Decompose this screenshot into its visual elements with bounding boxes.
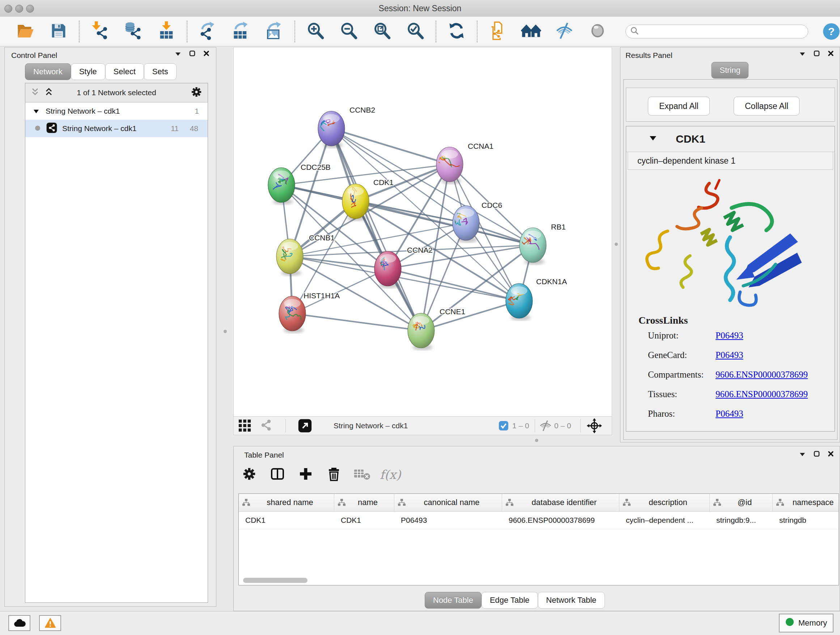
edge-CCNB2-CCNA1[interactable] (332, 128, 450, 165)
node-RB1[interactable] (519, 228, 546, 264)
export-image-button[interactable] (264, 21, 284, 42)
edge-CCNB2-CCNE1[interactable] (332, 128, 421, 331)
column-header-shared-name[interactable]: shared name (239, 494, 334, 511)
collection-expand-icon[interactable] (33, 107, 39, 116)
node-CDKN1A[interactable] (506, 283, 532, 320)
node-CCNB1[interactable] (276, 239, 303, 276)
expand-all-button[interactable]: Expand All (648, 97, 710, 116)
tab-style[interactable]: Style (71, 63, 105, 80)
tab-edge-table[interactable]: Edge Table (482, 592, 538, 608)
horizontal-scrollbar[interactable] (243, 578, 308, 583)
split-column-button[interactable] (269, 466, 286, 483)
export-table-button[interactable] (231, 21, 251, 42)
gene-section-header[interactable]: CDK1 (626, 126, 835, 152)
tab-string[interactable]: String (711, 62, 748, 79)
tab-sets[interactable]: Sets (144, 63, 177, 80)
table-settings-gear-button[interactable] (241, 466, 257, 483)
network-collection-row[interactable]: String Network – cdk1 1 (25, 103, 208, 120)
crosslink-link[interactable]: P06493 (715, 409, 743, 419)
tab-node-table[interactable]: Node Table (425, 592, 482, 608)
crosslink-link[interactable]: P06493 (715, 350, 743, 360)
collapse-all-button[interactable]: Collapse All (734, 97, 799, 116)
search-field[interactable] (625, 25, 808, 38)
column-header-namespace[interactable]: namespace (773, 494, 839, 511)
grid-view-icon[interactable] (238, 417, 252, 435)
panel-float-icon[interactable] (189, 50, 195, 58)
zoom-selected-button[interactable] (405, 21, 425, 42)
table-cell[interactable]: stringdb (773, 511, 839, 529)
panel-float-icon[interactable] (813, 451, 820, 458)
share-network-icon[interactable] (259, 417, 273, 435)
panel-menu-icon[interactable] (799, 51, 806, 57)
node-CCNB2[interactable] (318, 111, 345, 148)
node-table[interactable]: shared namenamecanonical namedatabase id… (238, 494, 839, 585)
crosslink-link[interactable]: P06493 (715, 331, 743, 340)
refresh-view-button[interactable] (447, 21, 467, 42)
cloud-button[interactable] (8, 615, 30, 631)
tab-network-table[interactable]: Network Table (538, 592, 605, 608)
table-cell[interactable]: P06493 (394, 511, 502, 529)
table-cell[interactable]: 9606.ENSP00000378699 (502, 511, 619, 529)
hidden-eye-icon[interactable] (539, 417, 552, 435)
share-document-button[interactable] (488, 21, 508, 42)
panel-menu-icon[interactable] (175, 51, 181, 57)
horizontal-splitter-handle[interactable] (535, 439, 538, 442)
table-cell[interactable]: CDK1 (239, 511, 334, 529)
table-cell[interactable]: stringdb:9... (710, 511, 773, 529)
table-cell[interactable]: cyclin–dependent ... (619, 511, 710, 529)
hide-selected-button[interactable] (554, 21, 575, 42)
crosslink-link[interactable]: 9606.ENSP00000378699 (715, 370, 808, 380)
node-CDC25B[interactable] (268, 168, 295, 204)
open-session-button[interactable] (15, 21, 35, 42)
memory-button[interactable]: Memory (779, 614, 834, 632)
help-button[interactable]: ? (821, 21, 840, 42)
export-network-button[interactable] (197, 21, 218, 42)
zoom-fit-button[interactable] (372, 21, 392, 42)
node-HIST1H1A[interactable] (279, 296, 306, 333)
column-header--id[interactable]: @id (710, 494, 773, 511)
birdseye-crosshair-icon[interactable] (587, 417, 602, 435)
selected-checkbox-icon[interactable] (499, 417, 508, 435)
show-all-button[interactable] (587, 21, 608, 42)
crosslink-link[interactable]: 9606.ENSP00000378699 (715, 389, 808, 399)
column-header-name[interactable]: name (334, 494, 394, 511)
panel-close-icon[interactable] (828, 451, 834, 458)
open-in-new-window-icon[interactable] (298, 417, 312, 435)
table-cell[interactable]: CDK1 (334, 511, 394, 529)
add-column-button[interactable] (297, 466, 314, 483)
zoom-in-button[interactable] (305, 21, 325, 42)
delete-table-button[interactable] (354, 466, 370, 483)
gene-collapse-icon[interactable] (649, 136, 657, 142)
column-header-database-identifier[interactable]: database identifier (502, 494, 619, 511)
vertical-splitter-handle[interactable] (615, 242, 618, 246)
vertical-splitter-handle[interactable] (224, 330, 227, 333)
tab-select[interactable]: Select (105, 63, 144, 80)
edge-CCNA2-CDKN1A[interactable] (388, 269, 519, 301)
zoom-out-button[interactable] (339, 21, 359, 42)
network-options-gear-icon[interactable] (190, 86, 202, 100)
node-CCNA1[interactable] (435, 147, 463, 184)
column-header-canonical-name[interactable]: canonical name (394, 494, 502, 511)
network-canvas[interactable]: CCNB2CCNA1CDC25BCDK1CDC6RB1CCNB1CCNA2CDK… (234, 48, 612, 417)
save-session-button[interactable] (49, 21, 69, 42)
import-network-file-button[interactable] (90, 21, 110, 42)
network-row[interactable]: String Network – cdk1 11 48 (25, 120, 208, 137)
string-home-button[interactable] (521, 21, 541, 42)
column-header-description[interactable]: description (619, 494, 710, 511)
panel-close-icon[interactable] (203, 50, 210, 58)
edge-CCNA2-HIST1H1A[interactable] (292, 269, 388, 314)
warnings-button[interactable] (39, 615, 61, 631)
table-row[interactable]: CDK1CDK1P064939606.ENSP00000378699cyclin… (239, 511, 838, 529)
panel-close-icon[interactable] (828, 50, 834, 58)
panel-float-icon[interactable] (813, 50, 820, 58)
import-table-file-button[interactable] (156, 21, 177, 42)
node-CCNE1[interactable] (408, 313, 434, 350)
search-input[interactable] (642, 27, 804, 36)
edge-CDKN1A-CCNE1[interactable] (421, 301, 519, 331)
node-CDK1[interactable] (342, 184, 369, 221)
edge-CCNE1-HIST1H1A[interactable] (292, 314, 421, 331)
import-network-database-button[interactable] (123, 21, 143, 42)
tab-network[interactable]: Network (25, 63, 71, 80)
delete-column-button[interactable] (325, 466, 342, 483)
panel-menu-icon[interactable] (799, 451, 806, 458)
